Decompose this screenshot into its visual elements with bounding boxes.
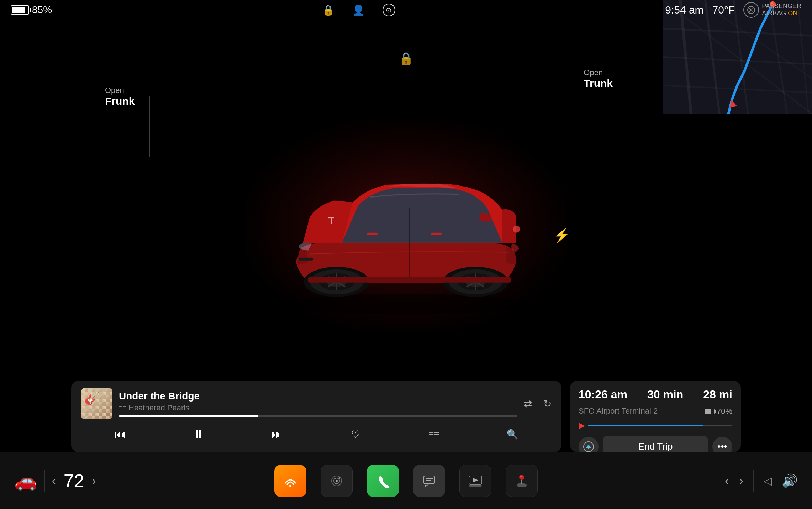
progress-fill xyxy=(119,415,258,417)
music-top-row: 🎸 Under the Bridge ≡≡ Heathered Pearls ⇄… xyxy=(81,388,552,419)
airbag-label: PASSENGER AIRBAG ON xyxy=(762,3,801,17)
temperature-display: 70°F xyxy=(712,4,735,16)
theater-app-button[interactable] xyxy=(459,465,491,497)
like-button[interactable]: ♡ xyxy=(345,424,366,445)
route-progress-bar xyxy=(588,425,732,426)
arcade-app-icon xyxy=(514,473,529,489)
search-music-button[interactable]: 🔍 xyxy=(502,424,523,445)
svg-point-41 xyxy=(336,480,338,482)
nav-arrival-time: 10:26 am xyxy=(579,388,627,401)
lock-icon: 🔒 xyxy=(399,51,413,65)
nav-top-row: 10:26 am 30 min 28 mi xyxy=(579,388,732,401)
music-controls-right: ⇄ ↻ xyxy=(524,398,552,410)
equalizer-button[interactable]: ≡≡ xyxy=(423,424,444,445)
car-home-button[interactable]: 🚗 xyxy=(14,470,37,492)
airbag-status: PASSENGER AIRBAG ON xyxy=(743,2,801,18)
repeat-button[interactable]: ↻ xyxy=(543,398,552,410)
frunk-action-label: Frunk xyxy=(105,95,135,107)
battery-percentage: 85% xyxy=(32,4,52,16)
settings-circle-icon[interactable]: ⊙ xyxy=(383,4,395,16)
artist-name: ≡≡ Heathered Pearls xyxy=(119,403,517,413)
taskbar-left: 🚗 ‹ 72 › xyxy=(14,470,107,492)
trunk-action-label: Trunk xyxy=(584,77,613,89)
taskbar-right: ‹ › ◁ 🔊 xyxy=(705,470,798,492)
mini-battery-fill xyxy=(705,409,711,414)
lock-indicator[interactable]: 🔒 xyxy=(399,51,413,94)
pause-button[interactable]: ⏸ xyxy=(188,424,209,445)
battery-status: 85% xyxy=(11,4,52,16)
svg-point-42 xyxy=(339,477,340,479)
frunk-open-label: Open xyxy=(105,86,135,95)
nav-duration: 30 min xyxy=(647,388,683,401)
svg-rect-17 xyxy=(431,233,442,235)
frunk-button[interactable]: Open Frunk xyxy=(105,86,135,107)
phone-app-icon xyxy=(376,474,390,488)
nav-back-button[interactable]: ‹ xyxy=(725,473,729,488)
previous-track-button[interactable]: ⏮ xyxy=(110,424,131,445)
svg-point-33 xyxy=(513,226,520,233)
svg-rect-48 xyxy=(469,485,482,487)
airbag-icon xyxy=(743,2,759,18)
nav-middle-row: SFO Airport Terminal 2 70% xyxy=(579,405,732,416)
route-start-arrow: ▶ xyxy=(579,420,585,430)
svg-rect-43 xyxy=(423,476,435,484)
clock-display: 9:54 am xyxy=(665,4,703,16)
volume-down-icon: ◁ xyxy=(764,474,772,487)
taskbar-divider-2 xyxy=(753,470,754,492)
profile-icon[interactable]: 👤 xyxy=(352,4,365,16)
navigation-panel: 10:26 am 30 min 28 mi SFO Airport Termin… xyxy=(570,381,741,452)
nav-distance: 28 mi xyxy=(703,388,732,401)
arcade-app-button[interactable] xyxy=(506,465,538,497)
svg-point-13 xyxy=(278,294,534,314)
bottom-controls: 🎸 Under the Bridge ≡≡ Heathered Pearls ⇄… xyxy=(71,381,741,452)
taskbar-divider-1 xyxy=(44,470,45,492)
svg-rect-34 xyxy=(308,277,511,283)
lock-status-icon[interactable]: 🔒 xyxy=(322,4,334,16)
taskbar-center xyxy=(107,465,705,497)
nav-route-progress: ▶ xyxy=(579,420,732,430)
svg-rect-14 xyxy=(299,258,313,261)
music-player: 🎸 Under the Bridge ≡≡ Heathered Pearls ⇄… xyxy=(71,381,561,452)
streaming-app-button[interactable] xyxy=(274,465,306,497)
nav-forward-button[interactable]: › xyxy=(739,473,743,488)
svg-point-52 xyxy=(520,476,522,477)
speed-down-button[interactable]: ‹ xyxy=(52,474,56,487)
progress-bar[interactable] xyxy=(119,415,517,417)
trunk-connector-line xyxy=(547,59,547,137)
phone-app-button[interactable] xyxy=(367,465,399,497)
volume-icon[interactable]: 🔊 xyxy=(782,473,798,488)
messages-app-button[interactable] xyxy=(413,465,445,497)
svg-point-36 xyxy=(587,445,590,448)
mini-battery-icon xyxy=(705,409,715,414)
album-art: 🎸 xyxy=(81,388,112,419)
frunk-connector-line xyxy=(149,96,150,157)
status-center-icons: 🔒 👤 ⊙ xyxy=(52,4,665,16)
trunk-button[interactable]: Open Trunk xyxy=(584,68,613,89)
svg-rect-16 xyxy=(367,233,378,235)
camera-app-button[interactable] xyxy=(321,465,353,497)
status-bar: 85% 🔒 👤 ⊙ 9:54 am 70°F PASSENGER AIRBAG … xyxy=(0,0,812,20)
streaming-app-icon xyxy=(283,473,298,489)
svg-marker-47 xyxy=(473,478,478,482)
nav-destination: SFO Airport Terminal 2 xyxy=(579,406,658,416)
car-illustration: T xyxy=(253,151,559,315)
taskbar: 🚗 ‹ 72 › xyxy=(0,452,812,509)
next-track-button[interactable]: ⏭ xyxy=(267,424,288,445)
music-info: Under the Bridge ≡≡ Heathered Pearls xyxy=(119,390,517,417)
theater-app-icon xyxy=(468,473,483,489)
speed-display: 72 xyxy=(62,470,86,492)
camera-app-icon xyxy=(329,473,344,489)
nav-battery-indicator: 70% xyxy=(705,407,732,416)
messages-app-icon xyxy=(421,473,437,489)
trunk-open-label: Open xyxy=(584,68,613,77)
shuffle-button[interactable]: ⇄ xyxy=(524,398,532,410)
music-playback-controls: ⏮ ⏸ ⏭ ♡ ≡≡ 🔍 xyxy=(81,424,552,445)
speed-up-button[interactable]: › xyxy=(92,474,96,487)
status-right: 9:54 am 70°F PASSENGER AIRBAG ON xyxy=(665,2,801,18)
battery-fill xyxy=(12,7,25,13)
svg-point-38 xyxy=(289,485,291,487)
song-title: Under the Bridge xyxy=(119,390,517,402)
speed-control: ‹ 72 › xyxy=(52,470,96,492)
svg-point-51 xyxy=(519,475,524,480)
tesla-car-svg: T xyxy=(253,151,559,315)
